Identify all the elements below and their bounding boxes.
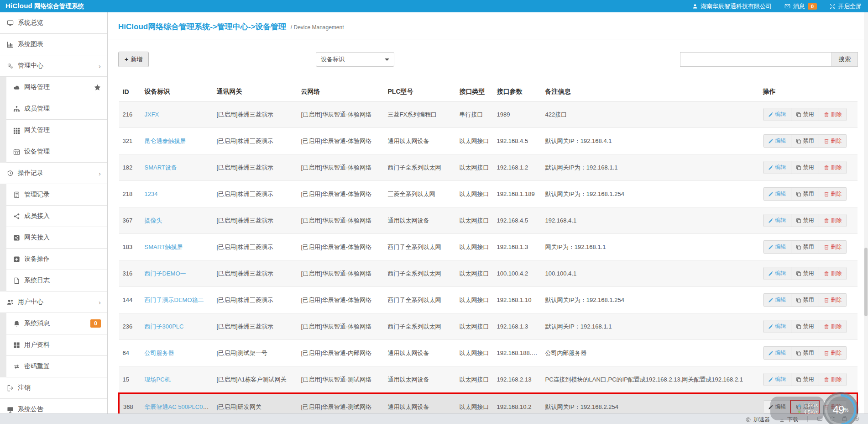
app-brand[interactable]: HiCloud网络综合管理系统	[0, 2, 90, 11]
device-name-link[interactable]: 西门子300PLC	[145, 323, 184, 330]
cell-interface-type: 以太网接口	[456, 287, 493, 313]
edit-button[interactable]: 编辑	[763, 108, 791, 121]
toggle-enable-button[interactable]: 禁用	[791, 188, 819, 200]
edit-button[interactable]: 编辑	[763, 241, 791, 253]
add-device-button[interactable]: + 新增	[118, 52, 149, 67]
sidebar-item-device-ops[interactable]: 设备操作	[6, 249, 107, 270]
company-menu[interactable]: 湖南华辰智通科技有限公司	[692, 2, 772, 11]
device-name-link[interactable]: 昆仑通泰触摸屏	[145, 138, 186, 144]
cell-device-id: 316	[119, 260, 141, 287]
toggle-enable-button[interactable]: 禁用	[791, 241, 819, 253]
sidebar-item-logout[interactable]: 注销	[0, 377, 107, 399]
scrollbar-thumb[interactable]	[864, 248, 868, 316]
main-content: HiCloud网络综合管理系统->管理中心->设备管理 / Device Man…	[108, 12, 868, 413]
sidebar-item-member-mgmt[interactable]: 成员管理	[6, 98, 107, 120]
device-name-link[interactable]: 摄像头	[145, 217, 162, 224]
edit-button[interactable]: 编辑	[763, 320, 791, 333]
sidebar-item-label: 系统公告	[18, 405, 43, 413]
toggle-enable-button[interactable]: 禁用	[791, 294, 819, 306]
device-name-link[interactable]: 西门子DEMO一	[145, 270, 186, 277]
cell-actions: 编辑 禁用 删除	[759, 287, 858, 313]
toggle-enable-button[interactable]: 禁用	[791, 267, 819, 280]
edit-button[interactable]: 编辑	[763, 347, 791, 359]
cell-cloud-network: [已启用]华辰智通-体验网络	[298, 260, 384, 287]
sidebar-item-device-mgmt[interactable]: 设备管理	[6, 141, 107, 163]
sidebar-item-gateway-access[interactable]: 网关接入	[6, 227, 107, 249]
sidebar-item-system-announce[interactable]: 系统公告	[0, 399, 107, 413]
sidebar-item-system-charts[interactable]: 系统图表	[0, 34, 107, 55]
device-name-link[interactable]: 西门子演示DEMO箱二	[145, 297, 204, 303]
sidebar-item-user-center[interactable]: 用户中心 ›	[0, 292, 107, 313]
delete-button[interactable]: 删除	[819, 294, 847, 306]
device-name-link[interactable]: SMART触摸屏	[145, 244, 183, 250]
sidebar-item-member-access[interactable]: 成员接入	[6, 206, 107, 227]
toggle-enable-button[interactable]: 禁用	[791, 373, 819, 386]
fullscreen-toggle[interactable]: 开启全屏	[830, 2, 862, 11]
delete-button[interactable]: 删除	[819, 320, 847, 333]
edit-button[interactable]: 编辑	[763, 214, 791, 227]
sidebar-item-system-messages[interactable]: 系统消息 0	[6, 313, 107, 334]
delete-button[interactable]: 删除	[819, 373, 847, 386]
device-name-link[interactable]: 公司服务器	[145, 350, 174, 356]
sidebar-item-admin-records[interactable]: 管理记录	[6, 184, 107, 206]
sidebar-item-system-logs[interactable]: 系统日志	[6, 270, 107, 292]
search-input[interactable]	[680, 52, 831, 67]
device-name-link[interactable]: 现场PC机	[145, 376, 171, 383]
delete-button[interactable]: 删除	[819, 347, 847, 359]
sidebar-item-label: 系统总览	[18, 19, 43, 27]
desktop-icon	[7, 20, 14, 26]
accelerator-item[interactable]: 加速器	[745, 416, 770, 424]
edit-button[interactable]: 编辑	[763, 294, 791, 306]
memory-percent-gauge[interactable]: 49 %	[823, 392, 858, 424]
cell-note: 默认网关IP为：192.168.1.254	[542, 181, 759, 207]
cell-device-id: 183	[119, 234, 141, 260]
delete-button[interactable]: 删除	[819, 214, 847, 227]
search-button[interactable]: 搜索	[831, 52, 858, 67]
sidebar-item-user-profile[interactable]: 用户资料	[6, 334, 107, 356]
device-name-link[interactable]: 1234	[145, 191, 158, 197]
sidebar-item-admin-center[interactable]: 管理中心 ›	[0, 55, 107, 77]
toggle-enable-button[interactable]: 禁用	[791, 161, 819, 174]
net-speed-bubble[interactable]: ▲ 1.9K/s ▼ 4.5K/s	[770, 397, 824, 420]
device-name-link[interactable]: JXFX	[145, 111, 159, 118]
edit-button[interactable]: 编辑	[763, 188, 791, 200]
delete-button[interactable]: 删除	[819, 241, 847, 253]
messages-menu[interactable]: 消息 0	[784, 2, 817, 11]
device-name-link[interactable]: SMART设备	[145, 164, 177, 171]
toggle-enable-button[interactable]: 禁用	[791, 108, 819, 121]
delete-button[interactable]: 删除	[819, 161, 847, 174]
sidebar-item-system-overview[interactable]: 系统总览	[0, 12, 107, 34]
scrollbar-track[interactable]	[864, 12, 868, 413]
plus-sq-icon	[13, 256, 20, 263]
cell-gateway: [已启用]株洲三菱演示	[213, 207, 298, 234]
search-field-value: 设备标识	[321, 55, 345, 64]
sidebar-item-network-mgmt[interactable]: 网络管理	[6, 77, 107, 98]
delete-button[interactable]: 删除	[819, 267, 847, 280]
sidebar-item-password-reset[interactable]: 密码重置	[6, 356, 107, 377]
caret-down-icon	[385, 58, 389, 61]
toggle-enable-button[interactable]: 禁用	[791, 347, 819, 359]
delete-button[interactable]: 删除	[819, 108, 847, 121]
toggle-enable-button[interactable]: 禁用	[791, 135, 819, 147]
action-button-group: 编辑 禁用 删除	[763, 267, 847, 280]
cell-interface-type: 以太网接口	[456, 340, 493, 366]
sidebar-item-op-records[interactable]: 操作记录 ›	[0, 163, 107, 184]
cell-note: 网关IP为：192.168.1.1	[542, 234, 759, 260]
edit-button[interactable]: 编辑	[763, 373, 791, 386]
edit-button[interactable]: 编辑	[763, 135, 791, 147]
cell-interface-type: 以太网接口	[456, 128, 493, 154]
sidebar-item-label: 用户中心	[18, 298, 43, 306]
toggle-enable-button[interactable]: 禁用	[791, 320, 819, 333]
star-icon[interactable]	[94, 84, 101, 91]
column-header: 云网络	[298, 83, 384, 101]
sidebar-item-gateway-mgmt[interactable]: 网关管理	[6, 120, 107, 141]
edit-button[interactable]: 编辑	[763, 267, 791, 280]
cell-plc-model: 西门子全系列以太网	[384, 260, 456, 287]
delete-button[interactable]: 删除	[819, 188, 847, 200]
device-name-link[interactable]: 华辰智通AC 500PLC001	[145, 403, 209, 410]
toggle-enable-button[interactable]: 禁用	[791, 214, 819, 227]
edit-button[interactable]: 编辑	[763, 161, 791, 174]
delete-button[interactable]: 删除	[819, 135, 847, 147]
history-icon	[7, 170, 14, 177]
search-field-select[interactable]: 设备标识	[316, 52, 394, 67]
